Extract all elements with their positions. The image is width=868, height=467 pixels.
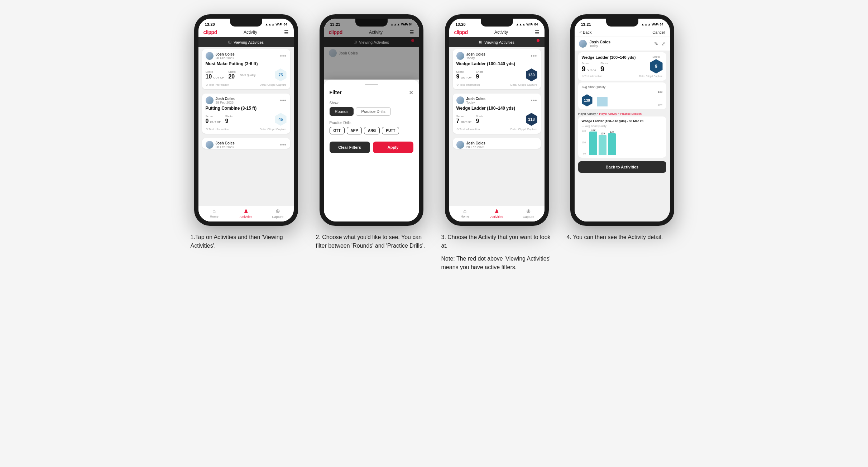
cancel-button-4[interactable]: Cancel: [652, 30, 665, 34]
time-4: 13:21: [581, 22, 591, 27]
home-label-1: Home: [210, 215, 219, 218]
battery-icon-3: 84: [534, 23, 538, 26]
back-button-4[interactable]: < Back: [580, 30, 592, 34]
user-name-3-1: Josh Coles: [466, 52, 485, 56]
chart-bar-1: [597, 97, 608, 106]
shot-quality-hex-1-2: 45: [275, 113, 287, 126]
dots-3-1[interactable]: •••: [531, 53, 537, 59]
filter-icon-1: ⊞: [228, 40, 231, 44]
card-3-3-header: Josh Coles 28 Feb 2023: [456, 141, 537, 149]
detail-user-info-4: Josh Coles Today: [579, 40, 611, 48]
stat-score-3-1: Score 9 OUT OF: [456, 70, 472, 80]
banner-text-1: Viewing Activities: [234, 40, 264, 44]
dots-1-1[interactable]: •••: [280, 53, 287, 59]
dots-1-2[interactable]: •••: [280, 97, 287, 103]
bar-val-3: 124: [610, 130, 614, 133]
card-footer-3-1: ⊙ Test Information Data: Clippd Capture: [456, 83, 537, 86]
expand-icon-4[interactable]: ⤢: [661, 41, 666, 47]
filter-tabs: Rounds Practice Drills: [330, 107, 413, 116]
detail-shots-value-4: 9: [600, 65, 604, 73]
detail-date-4: Today: [590, 44, 611, 48]
activities-label-1: Activities: [240, 215, 253, 219]
filter-tab-rounds[interactable]: Rounds: [330, 107, 354, 116]
user-name-1-2: Josh Coles: [216, 97, 235, 101]
status-icons-3: ▲▲▲ WiFi 84: [516, 23, 538, 26]
nav-activities-3[interactable]: ♟ Activities: [481, 208, 513, 219]
card-footer-right-1-1: Data: Clippd Capture: [260, 83, 287, 86]
user-name-3-2: Josh Coles: [466, 97, 485, 101]
nav-capture-3[interactable]: ⊕ Capture: [513, 208, 545, 219]
nav-capture-1[interactable]: ⊕ Capture: [262, 208, 294, 219]
red-dot-3: [537, 39, 539, 42]
signal-icon-4: ▲▲▲: [641, 23, 651, 26]
avatar-3-2: [456, 96, 464, 104]
chart-value-label-4: 130: [658, 90, 662, 94]
show-label: Show: [330, 101, 413, 105]
card-3-3-user: Josh Coles 28 Feb 2023: [456, 141, 485, 149]
card-3-2-user: Josh Coles Today: [456, 96, 485, 104]
avg-shot-card-4: Avg Shot Quality 130 130 APP: [578, 82, 666, 109]
nav-home-3[interactable]: ⌂ Home: [449, 208, 481, 219]
modal-title: Filter: [330, 90, 342, 95]
activity-card-1-2[interactable]: Josh Coles 28 Feb 2023 ••• Putting Combi…: [202, 94, 290, 134]
capture-label-1: Capture: [272, 215, 283, 219]
activity-card-3-3[interactable]: Josh Coles 28 Feb 2023: [453, 138, 541, 149]
clear-filters-button[interactable]: Clear Filters: [330, 142, 370, 153]
phone-4: 13:21 ▲▲▲ WiFi 84 < Back Cancel: [570, 14, 674, 226]
stat-shots-3-1: Shots 9: [476, 70, 483, 80]
avg-shot-label-4: Avg Shot Quality: [582, 85, 663, 89]
activity-card-3-1[interactable]: Josh Coles Today ••• Wedge Ladder (100–1…: [453, 49, 541, 89]
stat-quality-1-1: Shot Quality: [240, 73, 256, 77]
activity-card-1-3[interactable]: Josh Coles 28 Feb 2023 •••: [202, 138, 290, 149]
menu-icon-1[interactable]: ☰: [284, 29, 289, 35]
drill-tag-putt[interactable]: PUTT: [382, 127, 399, 134]
back-to-activities-button-4[interactable]: Back to Activities: [578, 161, 666, 173]
stat-shots-1-1: Shots 20: [228, 70, 235, 80]
activity-card-1-1[interactable]: Josh Coles 28 Feb 2023 ••• Must Make Put…: [202, 49, 290, 89]
card-stats-1-2: Score 0 OUT OF Shots 9 45: [206, 113, 287, 126]
dots-1-3[interactable]: •••: [280, 142, 287, 148]
apply-button[interactable]: Apply: [373, 142, 413, 153]
card-footer-1-2: ⊙ Test Information Data: Clippd Capture: [206, 128, 287, 131]
avatar-3-3: [456, 141, 464, 149]
avatar-1-3: [206, 141, 214, 149]
nav-activities-1[interactable]: ♟ Activities: [230, 208, 262, 219]
menu-icon-3[interactable]: ☰: [535, 29, 539, 35]
card-1-1-user: Josh Coles 28 Feb 2023: [206, 52, 235, 60]
bar-val-1: 132: [591, 129, 595, 131]
home-label-3: Home: [461, 215, 469, 218]
user-name-1-3: Josh Coles: [216, 141, 235, 145]
detail-main-card-4: Wedge Ladder (100–140 yds) Score 9 OUT O…: [578, 52, 666, 81]
dots-3-2[interactable]: •••: [531, 97, 537, 103]
wedge-chart-title-4: Wedge Ladder (100–140 yds) - 06 Mar 23: [582, 119, 663, 123]
card-footer-left-3-1: ⊙ Test Information: [456, 83, 480, 86]
drill-tag-ott[interactable]: OTT: [330, 127, 345, 134]
filter-tab-practice[interactable]: Practice Drills: [356, 107, 390, 116]
activity-card-3-2[interactable]: Josh Coles Today ••• Wedge Ladder (100–1…: [453, 94, 541, 134]
phone-4-inner: 13:21 ▲▲▲ WiFi 84 < Back Cancel: [575, 19, 670, 221]
drill-tag-arg[interactable]: ARG: [364, 127, 380, 134]
close-button[interactable]: ✕: [409, 89, 413, 96]
activities-label-3: Activities: [490, 215, 503, 219]
viewing-banner-1[interactable]: ⊞ Viewing Activities: [198, 37, 294, 47]
user-date-3-1: Today: [466, 56, 485, 60]
card-3-1-header: Josh Coles Today •••: [456, 52, 537, 60]
battery-icon-1: 84: [283, 23, 287, 26]
nav-home-1[interactable]: ⌂ Home: [198, 208, 230, 219]
stat-score-1-1: Score 10 OUT OF: [206, 70, 224, 80]
avatar-3-1: [456, 52, 464, 60]
app-header-1: clippd Activity ☰: [198, 28, 294, 37]
card-footer-right-3-1: Data: Clippd Capture: [510, 83, 537, 86]
card-1-2-user: Josh Coles 28 Feb 2023: [206, 96, 235, 104]
edit-icon-4[interactable]: ✎: [654, 41, 658, 47]
phone-2-inner: 13:21 ▲▲▲ WiFi 84 clippd Activity ☰ ⊞: [324, 19, 419, 221]
session-label-4: Player Activity > Player Activity > Prac…: [575, 111, 670, 116]
app-header-3: clippd Activity ☰: [449, 28, 545, 37]
user-date-1-1: 28 Feb 2023: [216, 56, 235, 60]
modal-handle: [365, 84, 378, 85]
viewing-banner-3[interactable]: ⊞ Viewing Activities: [449, 37, 545, 47]
drill-tag-app[interactable]: APP: [347, 127, 362, 134]
modal-actions: Clear Filters Apply: [330, 142, 413, 153]
card-footer-right-3-2: Data: Clippd Capture: [510, 128, 537, 131]
avg-shot-chart-row-4: 130 130 APP: [582, 90, 663, 106]
